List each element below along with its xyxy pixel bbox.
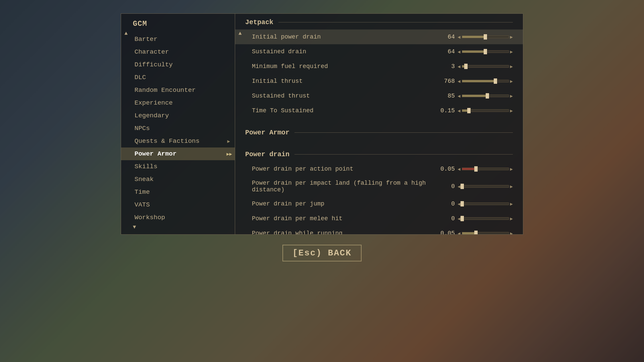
sidebar-item-vats[interactable]: VATS (121, 198, 235, 211)
section-header-power-armor: Power Armor (235, 124, 523, 140)
slider-thumb-power-drain-jump (461, 201, 464, 206)
gcm-title: GCM (133, 20, 147, 28)
slider-container-sustained-thrust[interactable]: ◀▶ (458, 93, 513, 99)
slider-container-initial-power-drain[interactable]: ◀▶ (458, 34, 513, 40)
sidebar-item-power-armor[interactable]: Power Armor (121, 147, 235, 160)
sidebar-item-character[interactable]: Character (121, 46, 235, 58)
setting-row-power-drain-jump[interactable]: Power drain per jump0◀▶ (235, 196, 523, 211)
back-button[interactable]: [Esc) BACK (282, 245, 362, 261)
sidebar-item-dlc[interactable]: DLC (121, 71, 235, 84)
sidebar-item-workshop[interactable]: Workshop (121, 211, 235, 220)
slider-container-power-drain-jump[interactable]: ◀▶ (458, 201, 513, 207)
slider-right-arrow-power-drain-running[interactable]: ▶ (510, 231, 513, 235)
slider-right-arrow-initial-thrust[interactable]: ▶ (510, 78, 513, 84)
slider-track-time-to-sustained[interactable] (462, 109, 509, 112)
section-header-power-drain: Power drain (235, 146, 523, 162)
collapse-bottom-button[interactable]: ▼ (121, 220, 235, 234)
slider-left-arrow-initial-thrust[interactable]: ◀ (458, 78, 460, 84)
setting-row-power-drain-action-point[interactable]: Power drain per action point0.05◀▶ (235, 162, 523, 176)
slider-container-initial-thrust[interactable]: ◀▶ (458, 78, 513, 84)
slider-left-arrow-power-drain-running[interactable]: ◀ (458, 231, 460, 235)
section-header-jetpack: Jetpack (235, 14, 523, 29)
slider-container-sustained-drain[interactable]: ◀▶ (458, 49, 513, 55)
setting-name-initial-thrust: Initial thrust (252, 78, 435, 84)
setting-name-power-drain-melee: Power drain per melee hit (252, 215, 435, 222)
setting-row-power-drain-melee[interactable]: Power drain per melee hit0◀▶ (235, 211, 523, 226)
sidebar-item-time[interactable]: Time (121, 186, 235, 198)
sidebar-item-barter[interactable]: Barter (121, 33, 235, 46)
setting-row-initial-thrust[interactable]: Initial thrust768◀▶ (235, 74, 523, 88)
slider-right-arrow-power-drain-action-point[interactable]: ▶ (510, 166, 513, 172)
setting-name-power-drain-jump: Power drain per jump (252, 200, 435, 207)
slider-thumb-initial-thrust (494, 78, 497, 84)
slider-thumb-sustained-thrust (486, 93, 489, 99)
collapse-top-button[interactable]: ▲ (124, 31, 128, 37)
slider-track-initial-power-drain[interactable] (462, 36, 509, 38)
slider-track-power-drain-running[interactable] (462, 232, 509, 234)
slider-thumb-power-drain-impact-land (461, 184, 464, 189)
slider-left-arrow-sustained-thrust[interactable]: ◀ (458, 93, 460, 99)
section-divider-power-armor (294, 132, 513, 133)
slider-left-arrow-power-drain-melee[interactable]: ◀ (458, 216, 460, 222)
panels-row: ▲ GCM BarterCharacterDifficultyDLCRandom… (121, 13, 523, 235)
slider-container-minimum-fuel-required[interactable]: ◀▶ (458, 64, 513, 69)
slider-right-arrow-time-to-sustained[interactable]: ▶ (510, 108, 513, 114)
setting-value-sustained-thrust: 85 (435, 93, 455, 99)
slider-track-minimum-fuel-required[interactable] (462, 65, 509, 68)
slider-track-sustained-drain[interactable] (462, 50, 509, 53)
slider-right-arrow-initial-power-drain[interactable]: ▶ (510, 34, 513, 40)
sidebar-item-random-encounter[interactable]: Random Encounter (121, 84, 235, 97)
slider-thumb-power-drain-melee (461, 216, 464, 221)
slider-container-power-drain-action-point[interactable]: ◀▶ (458, 166, 513, 172)
setting-row-minimum-fuel-required[interactable]: Minimum fuel required3◀▶ (235, 59, 523, 74)
setting-row-initial-power-drain[interactable]: Initial power drain64◀▶ (235, 29, 523, 44)
sidebar-item-legendary[interactable]: Legendary (121, 109, 235, 122)
sidebar-item-experience[interactable]: Experience (121, 97, 235, 109)
slider-track-power-drain-action-point[interactable] (462, 168, 509, 170)
setting-row-sustained-thrust[interactable]: Sustained thrust85◀▶ (235, 88, 523, 103)
setting-row-sustained-drain[interactable]: Sustained drain64◀▶ (235, 44, 523, 59)
slider-left-arrow-power-drain-jump[interactable]: ◀ (458, 201, 460, 207)
slider-container-power-drain-melee[interactable]: ◀▶ (458, 216, 513, 222)
slider-left-arrow-sustained-drain[interactable]: ◀ (458, 49, 460, 55)
slider-right-arrow-power-drain-impact-land[interactable]: ▶ (510, 184, 513, 189)
setting-value-power-drain-running: 0.05 (435, 230, 455, 234)
slider-container-time-to-sustained[interactable]: ◀▶ (458, 108, 513, 114)
sidebar-item-difficulty[interactable]: Difficulty (121, 58, 235, 71)
slider-right-arrow-power-drain-jump[interactable]: ▶ (510, 201, 513, 207)
sidebar-item-npcs[interactable]: NPCs (121, 122, 235, 135)
slider-fill-sustained-thrust (462, 95, 488, 97)
slider-right-arrow-power-drain-melee[interactable]: ▶ (510, 216, 513, 222)
slider-left-arrow-initial-power-drain[interactable]: ◀ (458, 34, 460, 40)
bottom-bar: [Esc) BACK (282, 245, 362, 261)
setting-row-power-drain-running[interactable]: Power drain while running0.05◀▶ (235, 226, 523, 234)
slider-track-power-drain-melee[interactable] (462, 217, 509, 220)
setting-row-power-drain-impact-land[interactable]: Power drain per impact land (falling fro… (235, 176, 523, 196)
slider-track-power-drain-jump[interactable] (462, 202, 509, 205)
slider-right-arrow-sustained-thrust[interactable]: ▶ (510, 93, 513, 99)
sidebar-item-quests-factions[interactable]: Quests & Factions (121, 135, 235, 147)
slider-right-arrow-minimum-fuel-required[interactable]: ▶ (510, 64, 513, 69)
section-divider-power-drain (294, 154, 513, 155)
setting-value-minimum-fuel-required: 3 (435, 63, 455, 70)
setting-name-time-to-sustained: Time To Sustained (252, 107, 435, 114)
slider-left-arrow-time-to-sustained[interactable]: ◀ (458, 108, 460, 114)
slider-right-arrow-sustained-drain[interactable]: ▶ (510, 49, 513, 55)
scroll-up-button[interactable]: ▲ (238, 31, 242, 37)
slider-container-power-drain-running[interactable]: ◀▶ (458, 231, 513, 235)
setting-name-power-drain-action-point: Power drain per action point (252, 166, 435, 172)
setting-value-initial-power-drain: 64 (435, 34, 455, 40)
slider-track-initial-thrust[interactable] (462, 80, 509, 82)
slider-left-arrow-minimum-fuel-required[interactable]: ◀ (458, 64, 460, 69)
sidebar-item-skills[interactable]: Skills (121, 160, 235, 173)
sidebar-item-sneak[interactable]: Sneak (121, 173, 235, 186)
section-title-jetpack: Jetpack (245, 18, 273, 26)
setting-row-time-to-sustained[interactable]: Time To Sustained0.15◀▶ (235, 103, 523, 118)
slider-left-arrow-power-drain-action-point[interactable]: ◀ (458, 166, 460, 172)
slider-left-arrow-power-drain-impact-land[interactable]: ◀ (458, 184, 460, 189)
slider-track-power-drain-impact-land[interactable] (462, 185, 509, 188)
left-panel: ▲ GCM BarterCharacterDifficultyDLCRandom… (121, 13, 235, 235)
slider-fill-initial-thrust (462, 80, 495, 82)
slider-track-sustained-thrust[interactable] (462, 95, 509, 97)
slider-container-power-drain-impact-land[interactable]: ◀▶ (458, 184, 513, 189)
